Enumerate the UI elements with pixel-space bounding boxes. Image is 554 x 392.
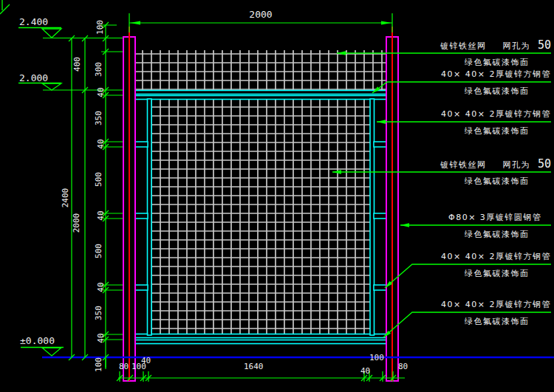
elevation-value-ground: ±0.000: [20, 335, 55, 346]
annotation-title-mesh: 镀锌铁丝网网孔为50: [440, 159, 551, 170]
chain-dim: 500: [94, 238, 104, 264]
dimension-left-total: 2400: [61, 185, 71, 211]
connector-stub: [374, 142, 386, 147]
lower-rail-a: [135, 334, 386, 338]
connector-stub: [135, 213, 148, 219]
mesh-hole-label: 网孔为: [503, 160, 531, 170]
mesh-name: 镀锌铁丝网: [440, 41, 487, 51]
top-mesh-panel: [135, 50, 386, 90]
mesh-hole-value: 50: [538, 38, 551, 52]
chain-dim: 350: [94, 105, 104, 131]
bottom-dim: 80: [398, 362, 408, 371]
leader-arrow: [400, 223, 409, 227]
connector-stub: [374, 285, 386, 290]
annotation-finish: 绿色氟碳漆饰面: [465, 86, 530, 96]
chain-dim: 40: [96, 274, 106, 300]
elevation-value-top: 2.400: [19, 16, 48, 27]
elevation-triangle-icon: [42, 348, 61, 356]
chain-dim: 500: [94, 166, 104, 193]
upper-rail-a: [135, 91, 386, 94]
dimension-arrow: [381, 21, 391, 24]
annotation-finish: 绿色氟碳漆饰面: [465, 269, 530, 278]
dimension-left-upper: 400: [72, 51, 83, 78]
connector-stub: [135, 285, 148, 290]
chain-dim: 40: [96, 202, 106, 229]
annotation-finish: 绿色氟碳漆饰面: [465, 126, 530, 136]
lower-rail-b: [135, 340, 386, 344]
elevation-value-middle: 2.000: [19, 72, 48, 83]
chain-dim: 100: [95, 14, 106, 41]
bottom-dim: 40: [141, 356, 151, 365]
dimension-left-lower: 2000: [72, 210, 82, 236]
annotation-title-tube: 40× 40× 2厚镀锌方钢管: [441, 109, 551, 119]
annotation-title-mesh: 镀锌铁丝网网孔为50: [440, 41, 551, 51]
fence-structure: [42, 27, 554, 381]
mesh-hole-value: 50: [538, 157, 551, 171]
connector-stub: [135, 142, 148, 147]
bottom-dim: 40: [360, 366, 370, 376]
annotation-finish: 绿色氟碳漆饰面: [465, 317, 530, 326]
mesh-hole-label: 网孔为: [503, 41, 531, 51]
mesh-name: 镀锌铁丝网: [440, 160, 487, 170]
chain-dim: 350: [94, 300, 104, 326]
annotation-title-tube: 40× 40× 2厚镀锌方钢管: [441, 69, 551, 79]
main-mesh-panel: [151, 100, 370, 334]
left-dimensions: [43, 22, 123, 368]
annotation-finish: 绿色氟碳漆饰面: [465, 58, 530, 67]
leader-arrow: [377, 120, 386, 123]
bottom-dim: 1640: [244, 362, 264, 371]
annotation-title-tube: 40× 40× 2厚镀锌方钢管: [441, 300, 551, 309]
bottom-dim: 100: [369, 353, 384, 362]
dimension-top-width: 2000: [245, 9, 276, 20]
elevation-triangle-icon: [42, 29, 61, 38]
annotation-finish: 绿色氟碳漆饰面: [465, 230, 530, 239]
dimension-arrow: [130, 21, 140, 24]
cad-fence-elevation-drawing: 2.400 2.000 ±0.000 2000 2400 400 2000 10…: [0, 0, 554, 392]
elevation-triangle-icon: [42, 83, 61, 90]
corner-break-mark: [0, 0, 10, 14]
connector-stub: [374, 213, 386, 219]
elevation-markers: [0, 0, 64, 356]
bottom-dim: 80: [119, 362, 129, 371]
annotation-finish: 绿色氟碳漆饰面: [465, 176, 530, 186]
annotation-title-post: Φ80× 3厚镀锌圆钢管: [448, 213, 541, 222]
chain-dim: 100: [94, 351, 104, 378]
chain-dim: 40: [96, 79, 106, 106]
upper-rail-b: [135, 96, 386, 100]
annotation-title-tube: 40× 40× 2厚镀锌方钢管: [441, 252, 551, 261]
chain-dim: 40: [96, 131, 106, 157]
chain-dim: 40: [96, 325, 106, 351]
